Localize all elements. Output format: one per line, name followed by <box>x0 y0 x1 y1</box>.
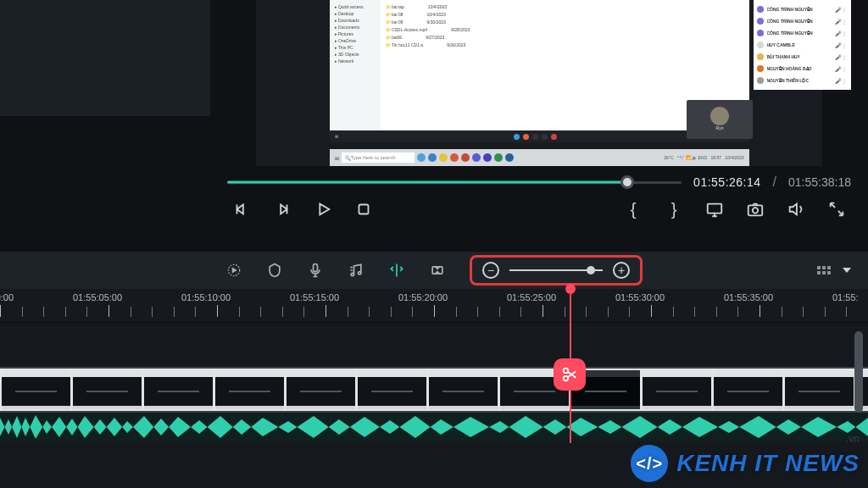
zoom-slider[interactable] <box>509 269 603 271</box>
zoom-in-button[interactable]: + <box>613 262 630 279</box>
mark-out-button[interactable]: } <box>665 200 683 219</box>
mark-in-button[interactable]: { <box>624 200 643 219</box>
taskbar-app-icon <box>532 134 538 140</box>
participant-row: Huy Camble🎤 ⋮ <box>757 39 848 51</box>
grid-icon <box>817 266 831 274</box>
win-start-icon: ⊞ <box>335 155 339 161</box>
snapshot-button[interactable] <box>746 200 765 219</box>
clip-thumbnail[interactable] <box>71 369 143 411</box>
win-start-icon: ⊞ <box>335 134 338 139</box>
timecode-separator: / <box>773 175 776 190</box>
ruler-label: 01:55:00:00 <box>0 292 73 302</box>
cut-tool-button[interactable] <box>554 358 586 391</box>
playhead-cap-icon[interactable] <box>565 284 576 294</box>
participants-panel: CÔNG TRÌNH NGUYỄN🎤 ⋮CÔNG TRÌNH NGUYỄN🎤 ⋮… <box>754 0 851 90</box>
watermark-logo-icon: </> <box>631 445 668 482</box>
participant-row: CÔNG TRÌNH NGUYỄN🎤 ⋮ <box>757 15 848 27</box>
display-button[interactable] <box>705 200 724 219</box>
ruler-label: 01:55:10:00 <box>181 292 290 302</box>
dropdown-caret-icon[interactable] <box>843 268 851 273</box>
split-icon[interactable] <box>388 262 405 279</box>
pip-name: Ryn <box>687 125 753 130</box>
participant-row: BÙI THANH HUY🎤 ⋮ <box>757 51 848 63</box>
timecode-total: 01:55:38:18 <box>788 175 851 189</box>
ruler-label: 01:55:05:00 <box>73 292 181 302</box>
hangup-icon <box>551 134 557 140</box>
svg-point-7 <box>359 272 361 274</box>
clip-thumbnail[interactable] <box>356 369 428 411</box>
participant-row: NGUYỄN HOÀNG BẢO🎤 ⋮ <box>757 63 848 75</box>
office-icon <box>461 153 470 162</box>
ruler-label: 01:55:20:00 <box>398 292 507 302</box>
participant-row: NGUYỄN THIÊN LỘC🎤 ⋮ <box>757 75 848 86</box>
participant-row: CÔNG TRÌNH NGUYỄN🎤 ⋮ <box>757 3 848 15</box>
preview-video: ▸ Quick access▸ Desktop▸ Downloads▸ Docu… <box>256 0 822 166</box>
ruler-label: 01:55:15:00 <box>290 292 398 302</box>
clip-thumbnail[interactable] <box>427 369 499 411</box>
tb-icon <box>483 153 492 162</box>
taskbar-app-icon <box>542 134 548 140</box>
watermark: </> KENH IT NEWS <box>631 445 860 482</box>
clip-thumbnail[interactable] <box>0 369 72 411</box>
svg-rect-1 <box>708 204 722 214</box>
preview-panel: ▸ Quick access▸ Desktop▸ Downloads▸ Docu… <box>210 0 868 251</box>
taskbar-app-icon <box>523 134 529 140</box>
volume-button[interactable] <box>787 200 805 219</box>
taskbar-app-icon <box>514 134 520 140</box>
fullscreen-button[interactable] <box>827 200 846 219</box>
next-frame-button[interactable] <box>273 200 292 219</box>
ruler-label: 01:55:25:00 <box>507 292 615 302</box>
pip-self-video: Ryn <box>687 100 753 139</box>
clip-thumbnail[interactable] <box>142 369 214 411</box>
track-view-toggle[interactable] <box>817 266 831 274</box>
avatar <box>710 107 729 125</box>
timeline-zoom-highlight: − + <box>470 255 643 286</box>
ruler-label: 01:55: <box>832 292 868 302</box>
teams-icon <box>472 153 481 162</box>
audio-track[interactable] <box>0 413 868 441</box>
participant-row: CÔNG TRÌNH NGUYỄN🎤 ⋮ <box>757 27 848 39</box>
tb-icon <box>505 153 514 162</box>
video-track[interactable] <box>0 367 868 413</box>
vn-suffix: .vn <box>846 433 860 445</box>
edge-icon <box>428 153 437 162</box>
clip-thumbnail[interactable] <box>214 369 286 411</box>
transport-controls: { } <box>225 200 853 219</box>
svg-rect-8 <box>432 267 442 274</box>
host-search-input: 🔍 Type here to search <box>342 152 415 163</box>
svg-rect-5 <box>314 264 318 272</box>
audio-track-icon[interactable] <box>348 262 364 279</box>
svg-point-6 <box>351 273 353 275</box>
timeline-ruler[interactable]: 01:55:00:0001:55:05:0001:55:10:0001:55:1… <box>0 289 868 323</box>
zoom-knob[interactable] <box>587 266 595 274</box>
tb-icon <box>417 153 426 162</box>
clip-thumbnail[interactable] <box>712 369 784 411</box>
clip-thumbnail[interactable] <box>783 369 855 411</box>
clip-thumbnail[interactable] <box>285 369 357 411</box>
play-button[interactable] <box>314 200 332 219</box>
tracks-scrollbar[interactable] <box>854 331 863 413</box>
timeline-toolstrip: − + <box>0 252 868 289</box>
left-panel <box>0 0 210 119</box>
tb-icon <box>450 153 459 162</box>
svg-rect-2 <box>748 205 763 215</box>
watermark-text: KENH IT NEWS <box>676 450 860 477</box>
excel-icon <box>494 153 503 162</box>
auto-ripple-icon[interactable] <box>225 262 242 279</box>
clip-thumbnail[interactable] <box>641 369 713 411</box>
playback-scrubber[interactable] <box>227 176 682 188</box>
crop-icon[interactable] <box>429 262 446 279</box>
ruler-label: 01:55:30:00 <box>615 292 724 302</box>
ruler-label: 01:55:35:00 <box>724 292 832 302</box>
timecode-current: 01:55:26:14 <box>693 175 760 189</box>
svg-rect-0 <box>359 205 369 214</box>
svg-point-3 <box>753 208 758 213</box>
prev-frame-button[interactable] <box>232 200 251 219</box>
marker-icon[interactable] <box>266 262 283 279</box>
folder-icon <box>439 153 448 162</box>
host-taskbar: ⊞ 🔍 Type here to search 26°C ^ 🛡 📶 🔊 ENG… <box>330 149 749 166</box>
zoom-out-button[interactable]: − <box>482 262 499 279</box>
voiceover-icon[interactable] <box>307 262 324 279</box>
scrubber-knob[interactable] <box>620 175 634 189</box>
stop-button[interactable] <box>354 200 373 219</box>
